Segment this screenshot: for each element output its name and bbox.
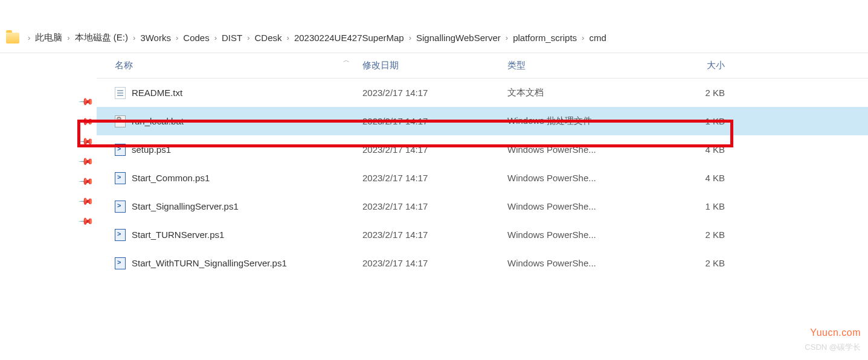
pin-icon: 📌 [78,114,98,133]
chevron-right-icon: › [214,33,217,42]
file-name: Start_WithTURN_SignallingServer.ps1 [132,258,287,268]
file-type: Windows PowerShe... [507,230,670,240]
file-size: 2 KB [670,88,743,98]
watermark-author: CSDN @碳学长 [805,342,861,353]
column-type[interactable]: 类型 [507,60,670,71]
file-date: 2023/2/17 14:17 [362,144,507,155]
chevron-right-icon: › [67,33,69,42]
breadcrumb-item[interactable]: 本地磁盘 (E:) [75,32,128,43]
pin-icon: 📌 [78,193,98,213]
file-type: Windows PowerShe... [507,258,670,268]
chevron-right-icon: › [176,33,178,42]
file-type: Windows 批处理文件 [507,115,670,127]
breadcrumb-item[interactable]: DIST [222,33,242,43]
chevron-right-icon: › [409,33,411,42]
chevron-right-icon: › [506,33,508,42]
column-name[interactable]: 名称 [97,60,362,71]
pin-icon: 📌 [78,133,98,153]
chevron-right-icon: › [133,33,135,42]
file-name: Start_SignallingServer.ps1 [132,201,239,211]
folder-icon [6,33,19,43]
file-date: 2023/2/17 14:17 [362,230,507,240]
file-type: Windows PowerShe... [507,144,670,155]
ps1-file-icon [115,172,126,184]
quick-access-gutter: 📌 📌 📌 📌 📌 📌 📌 [0,53,97,360]
table-row[interactable]: README.txt2023/2/17 14:17文本文档2 KB [97,79,868,107]
watermark-site: Yuucn.com [810,327,861,338]
pin-icon: 📌 [78,213,98,233]
pin-icon: 📌 [78,94,98,114]
table-row[interactable]: run_local.bat2023/2/17 14:17Windows 批处理文… [97,107,868,135]
file-size: 1 KB [670,201,743,211]
sort-indicator-icon: ︿ [343,56,350,65]
file-name: run_local.bat [132,116,184,126]
breadcrumb-item[interactable]: platform_scripts [513,33,577,43]
chevron-right-icon: › [287,33,289,42]
table-row[interactable]: setup.ps12023/2/17 14:17Windows PowerShe… [97,135,868,164]
file-date: 2023/2/17 14:17 [362,173,507,183]
file-name: setup.ps1 [132,144,171,155]
file-size: 2 KB [670,230,743,240]
table-row[interactable]: Start_Common.ps12023/2/17 14:17Windows P… [97,164,868,192]
pin-icon: 📌 [78,153,98,173]
file-date: 2023/2/17 14:17 [362,201,507,211]
file-list: 名称 ︿ 修改日期 类型 大小 README.txt2023/2/17 14:1… [97,53,868,360]
file-name: README.txt [132,88,182,98]
column-date[interactable]: 修改日期 [362,60,507,71]
table-row[interactable]: Start_SignallingServer.ps12023/2/17 14:1… [97,192,868,220]
breadcrumb-item[interactable]: cmd [589,33,606,43]
breadcrumb-item[interactable]: SignallingWebServer [416,33,501,43]
file-size: 4 KB [670,144,743,155]
file-name: Start_Common.ps1 [132,173,210,183]
file-size: 4 KB [670,173,743,183]
file-date: 2023/2/17 14:17 [362,116,507,126]
file-date: 2023/2/17 14:17 [362,258,507,268]
breadcrumb-item[interactable]: 此电脑 [35,32,62,43]
ps1-file-icon [115,229,126,241]
file-type: Windows PowerShe... [507,201,670,211]
bat-file-icon [115,115,126,127]
chevron-right-icon: › [582,33,584,42]
file-date: 2023/2/17 14:17 [362,88,507,98]
file-type: 文本文档 [507,87,670,98]
breadcrumb-item[interactable]: CDesk [255,33,282,43]
file-name: Start_TURNServer.ps1 [132,230,224,240]
file-type: Windows PowerShe... [507,173,670,183]
breadcrumb[interactable]: ›此电脑›本地磁盘 (E:)›3Works›Codes›DIST›CDesk›2… [0,23,868,53]
ps1-file-icon [115,201,126,213]
pin-icon: 📌 [78,173,98,193]
file-size: 2 KB [670,258,743,268]
ps1-file-icon [115,144,126,156]
breadcrumb-item[interactable]: 3Works [140,33,171,43]
chevron-right-icon: › [247,33,249,42]
file-size: 1 KB [670,116,743,126]
ps1-file-icon [115,257,126,269]
table-row[interactable]: Start_WithTURN_SignallingServer.ps12023/… [97,249,868,277]
column-header-row[interactable]: 名称 ︿ 修改日期 类型 大小 [97,53,868,79]
chevron-right-icon: › [28,33,30,42]
column-size[interactable]: 大小 [670,60,743,71]
breadcrumb-item[interactable]: 20230224UE427SuperMap [294,33,404,43]
table-row[interactable]: Start_TURNServer.ps12023/2/17 14:17Windo… [97,220,868,249]
txt-file-icon [115,87,126,99]
breadcrumb-item[interactable]: Codes [183,33,209,43]
